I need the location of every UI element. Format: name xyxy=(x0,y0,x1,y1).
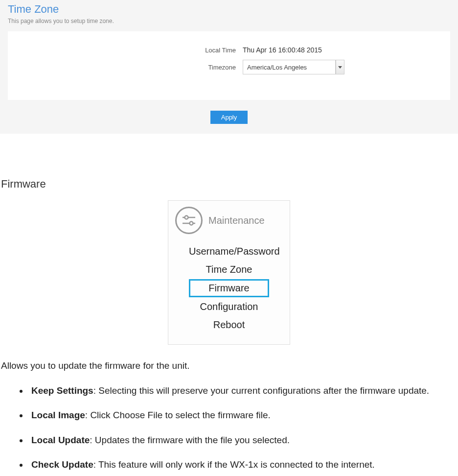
svg-point-1 xyxy=(185,216,188,219)
apply-wrap: Apply xyxy=(8,100,450,124)
bullet-term: Local Image xyxy=(31,410,85,420)
menu-item-reboot[interactable]: Reboot xyxy=(189,316,269,333)
menu-item-configuration[interactable]: Configuration xyxy=(189,298,269,315)
apply-button[interactable]: Apply xyxy=(210,111,248,124)
bullet-desc: : Click Choose File to select the firmwa… xyxy=(85,410,271,420)
maintenance-menu: Maintenance Username/Password Time Zone … xyxy=(168,200,290,345)
maintenance-menu-label: Maintenance xyxy=(208,215,265,226)
timezone-select-value: America/Los Angeles xyxy=(243,60,336,74)
list-item: Local Update: Updates the firmware with … xyxy=(28,434,458,447)
local-time-value: Thu Apr 16 16:00:48 2015 xyxy=(243,46,322,54)
timezone-subtitle: This page allows you to setup time zone. xyxy=(8,18,450,31)
firmware-bullet-list: Keep Settings: Selecting this will prese… xyxy=(0,384,458,472)
bullet-term: Keep Settings xyxy=(31,385,93,396)
chevron-down-icon[interactable] xyxy=(336,60,344,74)
timezone-row: Timezone America/Los Angeles xyxy=(18,60,440,74)
local-time-row: Local Time Thu Apr 16 16:00:48 2015 xyxy=(18,46,440,54)
firmware-intro: Allows you to update the firmware for th… xyxy=(1,359,458,373)
list-item: Check Update: This feature will only wor… xyxy=(28,458,458,472)
menu-item-username-password[interactable]: Username/Password xyxy=(189,243,269,260)
bullet-term: Check Update xyxy=(31,459,93,470)
bullet-desc: : This feature will only work if the WX-… xyxy=(93,459,375,470)
timezone-select[interactable]: America/Los Angeles xyxy=(243,60,344,74)
firmware-heading: Firmware xyxy=(0,178,458,190)
menu-item-time-zone[interactable]: Time Zone xyxy=(189,261,269,278)
local-time-label: Local Time xyxy=(18,47,243,54)
timezone-label: Timezone xyxy=(18,64,243,71)
list-item: Keep Settings: Selecting this will prese… xyxy=(28,384,458,398)
svg-point-3 xyxy=(190,222,193,225)
bullet-desc: : Selecting this will preserve your curr… xyxy=(93,385,429,396)
timezone-panel: Time Zone This page allows you to setup … xyxy=(0,0,458,134)
bullet-desc: : Updates the firmware with the file you… xyxy=(90,435,290,445)
timezone-form-box: Local Time Thu Apr 16 16:00:48 2015 Time… xyxy=(8,31,450,100)
timezone-title: Time Zone xyxy=(8,0,450,18)
menu-item-firmware[interactable]: Firmware xyxy=(189,279,269,297)
list-item: Local Image: Click Choose File to select… xyxy=(28,409,458,422)
bullet-term: Local Update xyxy=(31,435,90,445)
maintenance-menu-header: Maintenance xyxy=(175,207,283,234)
sliders-icon xyxy=(175,207,203,234)
